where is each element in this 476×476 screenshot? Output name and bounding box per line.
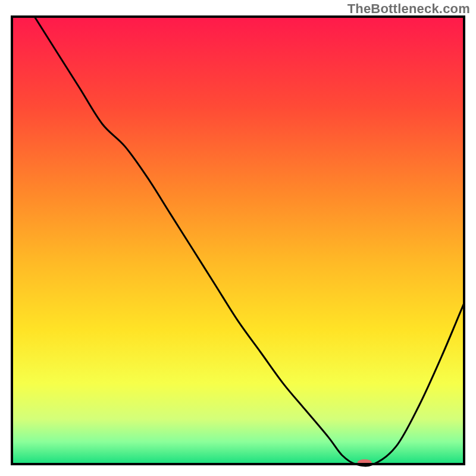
bottleneck-chart xyxy=(0,0,476,476)
plot-background xyxy=(12,17,464,464)
watermark-label: TheBottleneck.com xyxy=(347,1,470,17)
chart-container: TheBottleneck.com xyxy=(0,0,476,476)
